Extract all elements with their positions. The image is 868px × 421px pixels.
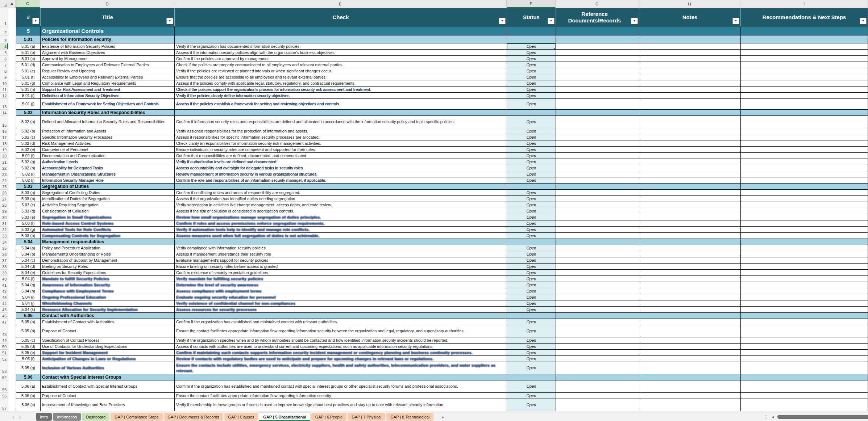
cell-reference[interactable]: [556, 93, 639, 99]
cell-id[interactable]: 5.02 (h): [16, 165, 41, 171]
cell-id[interactable]: 5.01: [16, 35, 41, 43]
filter-dropdown-icon[interactable]: ▼: [631, 18, 638, 24]
cell-id[interactable]: 5.05 (g): [16, 362, 41, 374]
row-number-49[interactable]: 49: [0, 337, 8, 344]
cell-title[interactable]: Authorization Levels: [41, 159, 175, 165]
cell-reference[interactable]: [556, 50, 639, 56]
cell-reference[interactable]: [556, 190, 639, 196]
cell-reference[interactable]: [556, 116, 639, 128]
cell-check[interactable]: Check if the policies are properly commu…: [175, 62, 507, 68]
cell-reference[interactable]: [556, 43, 639, 50]
cell-status[interactable]: Open: [507, 159, 556, 165]
cell-id[interactable]: 5.01 (b): [16, 50, 41, 56]
cell-id[interactable]: 5.06: [16, 374, 41, 380]
cell-recommendations[interactable]: [741, 300, 868, 307]
cell-status[interactable]: Open: [507, 344, 556, 350]
cell-status[interactable]: [507, 26, 556, 35]
cell-check[interactable]: Determine the level of security awarenes…: [175, 282, 507, 288]
cell-status[interactable]: Open: [507, 93, 556, 99]
cell-recommendations[interactable]: [741, 208, 868, 214]
row-number-43[interactable]: 43: [0, 294, 8, 300]
cell-title[interactable]: Whistleblowing Channels: [41, 300, 175, 307]
sheet-tab-gap-clauses[interactable]: GAP | Clauses: [224, 413, 258, 421]
cell-recommendations[interactable]: [741, 313, 868, 319]
cell-title[interactable]: Inclusion of Various Authorities: [41, 362, 175, 374]
cell-recommendations[interactable]: [741, 80, 868, 87]
cell-notes[interactable]: [639, 344, 741, 350]
cell-notes[interactable]: [639, 171, 741, 177]
cell-notes[interactable]: [639, 282, 741, 288]
cell-status[interactable]: Open: [507, 74, 556, 80]
header-cell-recommendations[interactable]: Recommendations & Next Steps▼: [741, 8, 868, 26]
cell-recommendations[interactable]: [741, 184, 868, 190]
row-number-46[interactable]: 46: [0, 313, 8, 319]
cell-id[interactable]: 5.01 (e): [16, 68, 41, 74]
column-header-F[interactable]: F: [507, 0, 556, 8]
cell-reference[interactable]: [556, 344, 639, 350]
cell-id[interactable]: 5.01 (c): [16, 56, 41, 62]
cell-status[interactable]: Open: [507, 171, 556, 177]
cell-notes[interactable]: [639, 319, 741, 325]
cell-title[interactable]: Accessibility to Employees and Relevant …: [41, 74, 175, 80]
cell-status[interactable]: Open: [507, 68, 556, 74]
cell-reference[interactable]: [556, 325, 639, 337]
cell-notes[interactable]: [639, 208, 741, 214]
cell-notes[interactable]: [639, 288, 741, 294]
column-header-E[interactable]: E: [174, 0, 507, 8]
cell-id[interactable]: 5.04 (g): [16, 282, 41, 288]
row-number-29[interactable]: 29: [0, 208, 8, 214]
cell-recommendations[interactable]: [741, 282, 868, 288]
cell-title[interactable]: Mandate to fulfill Security Policies: [41, 276, 175, 282]
sheet-tab-gap-8-technological[interactable]: GAP | 8.Technological: [386, 413, 433, 421]
row-number-33[interactable]: 33: [0, 233, 8, 239]
cell-reference[interactable]: [556, 245, 639, 251]
cell-check[interactable]: Assess if contacts with authorities are …: [175, 344, 507, 350]
cell-notes[interactable]: [639, 50, 741, 56]
cell-notes[interactable]: [639, 307, 741, 313]
row-number-24[interactable]: 24: [0, 177, 8, 184]
cell-recommendations[interactable]: [741, 171, 868, 177]
cell-title[interactable]: Guidelines for Security Expectations: [41, 270, 175, 276]
cell-status[interactable]: Open: [507, 362, 556, 374]
cell-reference[interactable]: [556, 356, 639, 362]
cell-check[interactable]: [175, 110, 507, 116]
row-number-51[interactable]: 51: [0, 350, 8, 356]
header-cell-title[interactable]: Title▼: [41, 8, 175, 26]
cell-reference[interactable]: [556, 257, 639, 264]
cell-reference[interactable]: [556, 251, 639, 257]
column-A-body[interactable]: [8, 8, 16, 412]
cell-title[interactable]: Establishment of Contact with Authoritie…: [41, 319, 175, 325]
cell-notes[interactable]: [639, 300, 741, 307]
cell-reference[interactable]: [556, 362, 639, 374]
cell-recommendations[interactable]: [741, 43, 868, 50]
cell-id[interactable]: 5.05 (c): [16, 337, 41, 344]
cell-notes[interactable]: [639, 356, 741, 362]
cell-recommendations[interactable]: [741, 319, 868, 325]
cell-notes[interactable]: [639, 393, 741, 399]
cell-notes[interactable]: [639, 140, 741, 147]
cell-notes[interactable]: [639, 87, 741, 93]
row-number-28[interactable]: 28: [0, 202, 8, 208]
cell-status[interactable]: Open: [507, 288, 556, 294]
cell-recommendations[interactable]: [741, 251, 868, 257]
cell-title[interactable]: Awareness of Information Security: [41, 282, 175, 288]
cell-check[interactable]: Ensure the contacts include utilities, e…: [175, 362, 507, 374]
row-number-50[interactable]: 50: [0, 344, 8, 350]
scrollbar-left-arrow-icon[interactable]: ◀: [772, 415, 774, 419]
cell-reference[interactable]: [556, 177, 639, 184]
cell-recommendations[interactable]: [741, 68, 868, 74]
tab-scroll-right-icon[interactable]: ›: [19, 414, 21, 420]
cell-status[interactable]: Open: [507, 276, 556, 282]
cell-id[interactable]: 5.02 (c): [16, 134, 41, 140]
cell-title[interactable]: Segregation of Conflicting Duties: [41, 190, 175, 196]
cell-notes[interactable]: [639, 26, 741, 35]
cell-title[interactable]: Documentation and Communication: [41, 153, 175, 159]
cell-check[interactable]: Assess resources for security processes: [175, 307, 507, 313]
column-header-H[interactable]: H: [639, 0, 740, 8]
filter-dropdown-icon[interactable]: ▼: [732, 18, 739, 24]
cell-title[interactable]: Compensating Controls for Segregation: [41, 233, 175, 239]
row-number-8[interactable]: 8: [0, 68, 8, 74]
cell-title[interactable]: Specification of Contact Process: [41, 337, 175, 344]
cell-check[interactable]: Confirm if roles and access permissions …: [175, 220, 507, 227]
cell-check[interactable]: [175, 35, 507, 43]
